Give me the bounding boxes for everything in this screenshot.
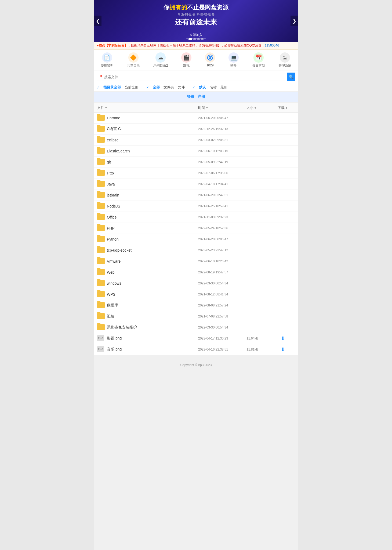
filter-check1: ✓ — [97, 85, 100, 90]
file-time: 2022-05-09 22:47:19 — [198, 160, 246, 164]
table-row[interactable]: Http 2022-07-06 17:36:06 — [94, 168, 298, 179]
banner-dot-2[interactable] — [193, 38, 196, 40]
notice-qq[interactable]: 11500646 — [265, 44, 279, 47]
table-row[interactable]: PNG 影视.png 2023-04-17 12:30:23 11.64kB ⬇ — [94, 333, 298, 344]
table-row[interactable]: 数据库 2022-08-08 21:57:24 — [94, 300, 298, 311]
table-row[interactable]: WPS 2021-08-12 08:41:34 — [94, 289, 298, 300]
download-sort-icon[interactable]: ▼ — [285, 106, 288, 109]
file-icon: PNG — [97, 335, 105, 342]
search-input[interactable] — [104, 75, 283, 79]
filter-type-folder[interactable]: 文件夹 — [164, 85, 174, 90]
file-time: 2023-04-16 22:38:51 — [198, 348, 246, 351]
file-name-link[interactable]: Http — [107, 171, 114, 175]
filter-sort-name[interactable]: 名称 — [210, 85, 217, 90]
nav-item-manual[interactable]: 📄 使用说明 — [101, 52, 114, 68]
footer-text: Copyright © bp3 2023 — [180, 363, 212, 367]
file-name-link[interactable]: Web — [107, 270, 115, 274]
name-sort-icon[interactable]: ▼ — [105, 106, 107, 109]
banner-next-button[interactable]: ❯ — [291, 16, 298, 26]
file-name-link[interactable]: ElasticSearch — [107, 149, 130, 153]
table-row[interactable]: NodeJS 2021-06-25 18:59:41 — [94, 201, 298, 212]
login-link[interactable]: 登录 — [187, 94, 194, 99]
table-row[interactable]: Vmware 2022-06-10 10:26:42 — [94, 256, 298, 267]
filter-sort-newest[interactable]: 最新 — [220, 85, 227, 90]
table-row[interactable]: Chrome 2021-06-20 00:06:47 — [94, 113, 298, 124]
file-name-link[interactable]: Java — [107, 182, 115, 186]
file-name-link[interactable]: 音乐.png — [107, 347, 122, 351]
table-row[interactable]: 系统镜像安装维护 2022-03-30 00:54:34 — [94, 322, 298, 333]
time-sort-icon[interactable]: ▼ — [206, 106, 208, 109]
banner-join-button[interactable]: 立即加入 — [186, 32, 206, 38]
file-name-link[interactable]: tcp-udp-socket — [107, 248, 132, 252]
register-link[interactable]: 注册 — [198, 94, 205, 99]
table-row[interactable]: ElasticSearch 2022-06-10 12:03:15 — [94, 146, 298, 157]
file-name-link[interactable]: Vmware — [107, 259, 121, 263]
table-row[interactable]: tcp-udp-socket 2023-05-23 23:47:12 — [94, 245, 298, 256]
filter-scope-current[interactable]: 当前全部 — [125, 85, 139, 90]
table-row[interactable]: Python 2021-06-20 00:06:47 — [94, 234, 298, 245]
banner-dot-4[interactable] — [201, 38, 204, 40]
file-name-link[interactable]: windows — [107, 281, 121, 285]
file-name-link[interactable]: eclipse — [107, 138, 119, 142]
banner-prev-button[interactable]: ❮ — [94, 16, 101, 26]
folder-icon — [97, 126, 105, 132]
table-row[interactable]: git 2022-05-09 22:47:19 — [94, 157, 298, 168]
file-time: 2021-11-03 09:32:23 — [198, 215, 246, 219]
folder-icon — [97, 258, 105, 265]
file-name: Python — [107, 237, 198, 241]
folder-icon — [97, 269, 105, 276]
notice-bar: ●锚点【非实际运营】，数据均来自互联网【包括但不限于联系二维码，请勿联系扫描】，… — [94, 42, 298, 50]
file-time: 2021-06-29 03:47:51 — [198, 193, 246, 197]
table-row[interactable]: eclipse 2022-03-02 09:06:31 — [94, 135, 298, 146]
table-row[interactable]: C语言 C++ 2022-12-26 19:32:13 — [94, 124, 298, 135]
folder-icon — [97, 280, 105, 287]
nav-label-software: 软件 — [230, 63, 237, 68]
banner-dot-3[interactable] — [197, 38, 200, 40]
search-button[interactable]: 🔍 — [287, 73, 295, 81]
nav-item-demo[interactable]: ☁ 示例目录2 — [153, 52, 168, 68]
folder-icon — [97, 324, 105, 331]
folder-icon — [97, 291, 105, 298]
filter-scope-all[interactable]: 根目录全部 — [103, 85, 121, 90]
download-button[interactable]: ⬇ — [281, 336, 285, 341]
folder-icon — [97, 214, 105, 220]
file-name-link[interactable]: 系统镜像安装维护 — [107, 325, 137, 329]
file-name-link[interactable]: WPS — [107, 292, 115, 297]
file-name-link[interactable]: PHP — [107, 226, 115, 230]
file-name: jetbrain — [107, 193, 198, 197]
file-name-link[interactable]: NodeJS — [107, 204, 120, 208]
table-row[interactable]: Java 2022-04-18 17:34:41 — [94, 179, 298, 190]
download-button[interactable]: ⬇ — [281, 347, 285, 352]
search-input-wrapper: 📍 — [97, 74, 285, 80]
file-name-link[interactable]: 汇编 — [107, 314, 114, 318]
nav-item-share[interactable]: 🔶 共享目录 — [127, 52, 140, 68]
table-row[interactable]: 汇编 2021-07-08 22:57:58 — [94, 311, 298, 322]
file-name-link[interactable]: jetbrain — [107, 193, 119, 197]
folder-icon — [97, 170, 105, 176]
nav-item-admin[interactable]: 🗂 管理系统 — [278, 52, 291, 68]
folder-icon — [97, 148, 105, 154]
file-name-link[interactable]: Python — [107, 237, 119, 241]
file-name-link[interactable]: 影视.png — [107, 336, 122, 340]
size-sort-icon[interactable]: ▼ — [254, 106, 257, 109]
file-name-link[interactable]: Office — [107, 215, 117, 219]
file-name-link[interactable]: Chrome — [107, 116, 120, 120]
nav-item-1029[interactable]: 🌀 1029 — [205, 52, 215, 67]
file-name-link[interactable]: C语言 C++ — [107, 127, 125, 131]
banner-dot-1[interactable] — [188, 38, 192, 40]
file-name-link[interactable]: git — [107, 160, 111, 164]
nav-item-video[interactable]: 🎬 影视 — [181, 52, 191, 68]
filter-type-all[interactable]: 全部 — [153, 85, 160, 90]
table-row[interactable]: Office 2021-11-03 09:32:23 — [94, 212, 298, 223]
table-row[interactable]: jetbrain 2021-06-29 03:47:51 — [94, 190, 298, 201]
table-row[interactable]: PNG 音乐.png 2023-04-16 22:38:51 11.81kB ⬇ — [94, 344, 298, 355]
file-name-link[interactable]: 数据库 — [107, 303, 118, 307]
file-name: C语言 C++ — [107, 127, 198, 131]
table-row[interactable]: windows 2022-03-30 00:54:34 — [94, 278, 298, 289]
table-row[interactable]: Web 2022-08-19 19:47:57 — [94, 267, 298, 278]
filter-type-file[interactable]: 文件 — [178, 85, 185, 90]
nav-item-software[interactable]: 💻 软件 — [228, 52, 239, 68]
table-row[interactable]: PHP 2022-05-24 18:52:36 — [94, 223, 298, 234]
nav-item-daily[interactable]: 📅 每日更新 — [252, 52, 265, 68]
filter-sort-default[interactable]: 默认 — [199, 85, 206, 90]
